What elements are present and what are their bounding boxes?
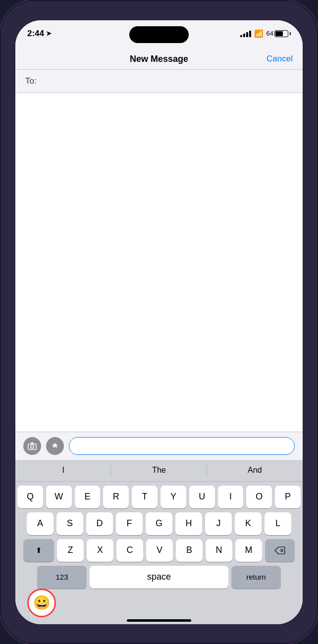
key-m[interactable]: M [235,539,262,562]
signal-icon [240,30,251,37]
message-body-area[interactable] [15,93,303,432]
camera-icon [28,442,37,450]
wifi-icon: 📶 [254,29,264,38]
autocomplete-label-2: The [152,466,166,475]
camera-button[interactable] [23,437,41,455]
key-w[interactable]: W [46,486,72,508]
shift-key[interactable]: ⬆ [23,539,54,562]
autocomplete-label-3: And [248,466,262,475]
space-key[interactable]: space [90,566,228,589]
status-right: 📶 64 [240,29,291,38]
dynamic-island [129,26,189,43]
battery-fill [275,31,283,36]
key-x[interactable]: X [87,539,113,562]
space-label: space [147,572,171,582]
signal-bar-3 [246,32,248,37]
compose-area: New Message Cancel To: [15,47,303,93]
numbers-label: 123 [55,573,68,581]
emoji-icon: 😀 [33,594,51,611]
autocomplete-item-1[interactable]: I [15,460,111,481]
svg-point-1 [31,445,34,448]
emoji-button[interactable]: 😀 [27,589,56,617]
keyboard-rows: Q W E R T Y U I O P A S D F G [15,482,303,591]
svg-rect-0 [28,444,36,449]
svg-rect-2 [31,443,34,444]
compose-title: New Message [55,54,263,64]
key-z[interactable]: Z [57,539,84,562]
key-c[interactable]: C [116,539,143,562]
message-input-field[interactable] [69,437,295,455]
keyboard-area: I The And Q W E R T Y U [15,460,303,624]
key-row-2: A S D F G H J K L [17,512,301,535]
autocomplete-label-1: I [62,466,64,475]
home-indicator-area [15,617,303,624]
key-t[interactable]: T [132,486,158,508]
key-a[interactable]: A [27,512,53,535]
key-q[interactable]: Q [17,486,43,508]
location-arrow-icon: ➤ [46,30,52,37]
key-h[interactable]: H [175,512,202,535]
key-row-3: ⬆ Z X C V B N M [17,539,301,562]
status-time: 2:44 ➤ [27,29,52,39]
backspace-icon [274,546,285,554]
key-e[interactable]: E [75,486,101,508]
key-j[interactable]: J [205,512,232,535]
battery-box [274,30,288,37]
home-indicator [127,619,191,622]
message-toolbar [15,432,303,460]
keyboard-bottom-bar: 😀 [15,591,303,617]
key-row-1: Q W E R T Y U I O P [17,486,301,508]
backspace-key[interactable] [265,539,295,562]
key-o[interactable]: O [246,486,272,508]
appstore-icon [51,442,59,450]
appstore-button[interactable] [46,437,64,455]
battery-indicator: 64 [266,30,291,37]
numbers-key[interactable]: 123 [37,566,87,589]
key-d[interactable]: D [86,512,113,535]
compose-header: New Message Cancel [15,47,303,70]
to-label: To: [25,76,37,87]
key-n[interactable]: N [206,539,232,562]
key-row-4: 123 space return [17,566,301,589]
battery-level-label: 64 [266,30,273,37]
key-l[interactable]: L [265,512,291,535]
battery-tip [290,32,291,35]
key-i[interactable]: I [218,486,244,508]
key-f[interactable]: F [116,512,143,535]
return-key[interactable]: return [231,566,281,589]
key-b[interactable]: B [176,539,203,562]
signal-bar-4 [249,31,251,37]
message-text-input[interactable] [76,442,287,450]
signal-bar-2 [243,34,245,37]
autocomplete-item-2[interactable]: The [111,460,207,481]
return-label: return [246,573,265,581]
phone-frame: 2:44 ➤ 📶 64 [0,0,318,644]
key-r[interactable]: R [103,486,129,508]
key-y[interactable]: Y [160,486,186,508]
key-g[interactable]: G [146,512,172,535]
key-s[interactable]: S [56,512,83,535]
key-v[interactable]: V [146,539,173,562]
signal-bar-1 [240,35,242,37]
autocomplete-bar: I The And [15,460,303,482]
key-k[interactable]: K [235,512,262,535]
key-u[interactable]: U [189,486,215,508]
to-field[interactable]: To: [15,70,303,93]
phone-screen: 2:44 ➤ 📶 64 [15,20,303,624]
autocomplete-item-3[interactable]: And [207,460,303,481]
cancel-button[interactable]: Cancel [263,54,293,64]
key-p[interactable]: P [275,486,301,508]
time-label: 2:44 [27,29,44,39]
